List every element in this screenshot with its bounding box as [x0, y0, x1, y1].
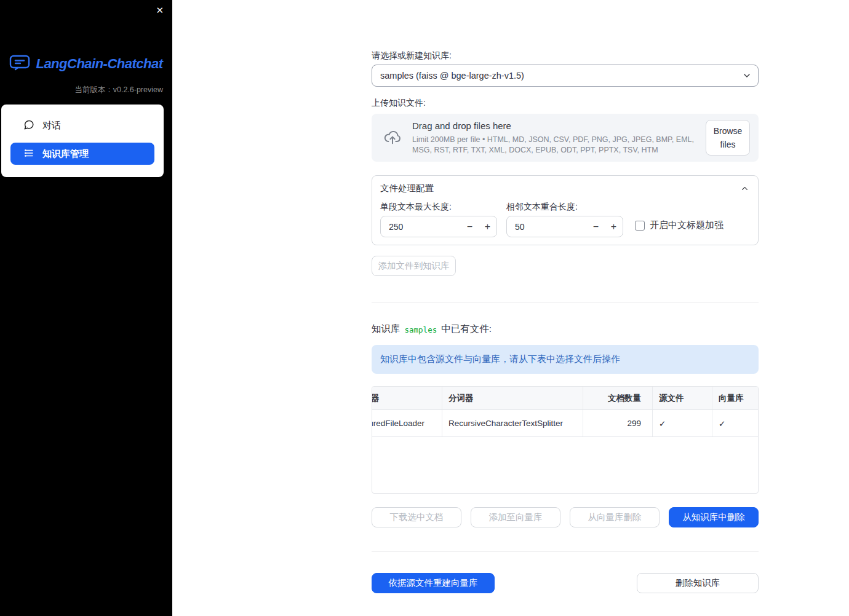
- rebuild-vector-store-button[interactable]: 依据源文件重建向量库: [372, 573, 495, 593]
- zh-title-enhance-label: 开启中文标题加强: [650, 219, 723, 231]
- divider: [372, 302, 759, 302]
- table-header-row: 文档加载器 分词器 文档数量 源文件 向量库: [372, 387, 759, 410]
- table-action-buttons: 下载选中文档 添加至向量库 从向量库删除 从知识库中删除: [372, 507, 759, 527]
- logo-text: LangChain-Chatchat: [36, 56, 162, 72]
- file-config-expander: 文件处理配置 单段文本最大长度: 相邻文本重合长度: 250 − + 50 − …: [372, 175, 759, 245]
- table-header-cell[interactable]: 文档数量: [583, 387, 653, 409]
- add-to-vector-store-button[interactable]: 添加至向量库: [471, 507, 560, 527]
- max-length-label: 单段文本最大长度:: [380, 202, 452, 213]
- close-sidebar-icon[interactable]: ✕: [156, 4, 164, 17]
- app-logo: LangChain-Chatchat: [0, 54, 172, 74]
- overlap-stepper[interactable]: 50 − +: [506, 216, 623, 237]
- delete-kb-button[interactable]: 删除知识库: [637, 573, 759, 593]
- info-banner: 知识库中包含源文件与向量库，请从下表中选择文件后操作: [372, 345, 759, 374]
- chevron-down-icon: [742, 71, 752, 81]
- kb-files-suffix: 中已有文件:: [441, 323, 492, 336]
- increment-button[interactable]: +: [479, 221, 496, 232]
- table-header-cell[interactable]: 文档加载器: [372, 387, 442, 409]
- zh-title-enhance-checkbox[interactable]: [635, 221, 645, 231]
- expander-title: 文件处理配置: [380, 183, 434, 194]
- decrement-button[interactable]: −: [587, 221, 605, 232]
- overlap-value: 50: [507, 222, 587, 232]
- add-files-to-kb-button[interactable]: 添加文件到知识库: [372, 256, 456, 276]
- main-content: 请选择或新建知识库: samples (faiss @ bge-large-zh…: [372, 0, 759, 616]
- kb-select-label: 请选择或新建知识库:: [372, 50, 759, 61]
- sidebar-item-dialogue[interactable]: 对话: [1, 114, 164, 136]
- divider: [372, 551, 759, 552]
- table-cell[interactable]: 299: [583, 410, 653, 436]
- delete-from-kb-button[interactable]: 从知识库中删除: [669, 507, 759, 527]
- kb-name-code: samples: [405, 324, 437, 334]
- dropzone-limit: Limit 200MB per file • HTML, MD, JSON, C…: [412, 135, 705, 156]
- sidebar-item-label: 对话: [42, 120, 61, 132]
- table-cell[interactable]: UnstructuredFileLoader: [372, 410, 442, 436]
- knowledge-base-icon: [23, 148, 34, 160]
- cloud-upload-icon: [381, 127, 404, 149]
- sidebar: ✕ LangChain-Chatchat 当前版本：v0.2.6-preview…: [0, 0, 172, 616]
- table-cell[interactable]: ✓: [712, 410, 759, 436]
- sidebar-item-label: 知识库管理: [42, 148, 89, 160]
- zh-title-enhance-checkbox-row: 开启中文标题加强: [635, 219, 723, 231]
- table-header-cell[interactable]: 分词器: [442, 387, 583, 409]
- file-dropzone[interactable]: Drag and drop files here Limit 200MB per…: [372, 114, 759, 162]
- dropzone-text: Drag and drop files here Limit 200MB per…: [404, 120, 706, 156]
- table-cell[interactable]: RecursiveCharacterTextSplitter: [442, 410, 583, 436]
- bottom-buttons: 依据源文件重建向量库 删除知识库: [372, 573, 759, 593]
- download-selected-button[interactable]: 下载选中文档: [372, 507, 461, 527]
- table-header-cell[interactable]: 向量库: [712, 387, 759, 409]
- table-header-cell[interactable]: 源文件: [653, 387, 712, 409]
- table-cell[interactable]: ✓: [653, 410, 712, 436]
- delete-from-vector-store-button[interactable]: 从向量库删除: [570, 507, 660, 527]
- kb-select-value: samples (faiss @ bge-large-zh-v1.5): [380, 71, 742, 81]
- sidebar-menu: 对话 知识库管理: [1, 105, 164, 177]
- version-label: 当前版本：v0.2.6-preview: [0, 85, 172, 95]
- kb-select[interactable]: samples (faiss @ bge-large-zh-v1.5): [372, 65, 759, 87]
- max-length-stepper[interactable]: 250 − +: [380, 216, 497, 237]
- decrement-button[interactable]: −: [461, 221, 479, 232]
- table-row[interactable]: UnstructuredFileLoader RecursiveCharacte…: [372, 410, 759, 437]
- upload-label: 上传知识文件:: [372, 98, 759, 109]
- max-length-value: 250: [381, 222, 461, 232]
- browse-files-button[interactable]: Browse files: [706, 120, 750, 156]
- files-table[interactable]: 文档加载器 分词器 文档数量 源文件 向量库 UnstructuredFileL…: [372, 386, 759, 494]
- increment-button[interactable]: +: [605, 221, 623, 232]
- kb-files-heading: 知识库 samples 中已有文件:: [372, 323, 759, 336]
- kb-files-prefix: 知识库: [372, 323, 401, 336]
- overlap-label: 相邻文本重合长度:: [506, 202, 578, 213]
- expander-header[interactable]: 文件处理配置: [372, 176, 758, 194]
- files-table-inner: 文档加载器 分词器 文档数量 源文件 向量库 UnstructuredFileL…: [372, 387, 759, 437]
- dropzone-title: Drag and drop files here: [412, 120, 706, 131]
- sidebar-item-knowledge-base[interactable]: 知识库管理: [10, 143, 154, 165]
- logo-chat-icon: [9, 54, 30, 74]
- chat-bubble-icon: [23, 119, 34, 132]
- chevron-up-icon: [740, 184, 749, 193]
